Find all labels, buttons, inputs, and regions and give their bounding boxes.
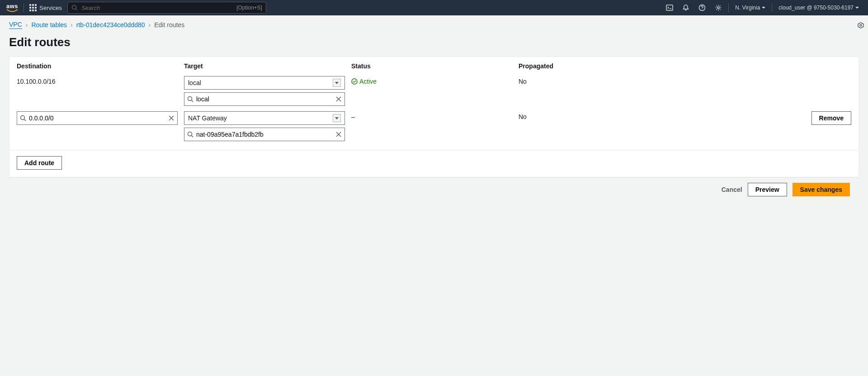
breadcrumb-route-tables[interactable]: Route tables <box>31 21 67 29</box>
propagated-value: No <box>519 111 527 120</box>
svg-line-8 <box>192 100 193 102</box>
status-value: – <box>351 111 355 120</box>
aws-logo[interactable]: aws <box>6 3 18 13</box>
svg-point-4 <box>717 7 719 9</box>
target-select[interactable]: local <box>184 76 345 90</box>
target-cell: local <box>184 73 351 109</box>
services-label: Services <box>39 5 62 11</box>
page-title: Edit routes <box>0 33 868 57</box>
propagated-cell: No <box>519 109 686 144</box>
breadcrumb: VPC › Route tables › rtb-01dec4234ce0ddd… <box>0 15 868 33</box>
divider <box>9 150 859 151</box>
propagated-value: No <box>519 76 527 85</box>
help-icon[interactable] <box>696 1 708 14</box>
breadcrumb-rtb-id[interactable]: rtb-01dec4234ce0ddd80 <box>76 21 145 29</box>
chevron-right-icon: › <box>26 21 28 29</box>
col-actions <box>686 62 851 73</box>
target-select[interactable]: NAT Gateway <box>184 111 345 125</box>
search-icon <box>187 96 193 102</box>
status-active: Active <box>351 76 377 85</box>
search-icon <box>20 115 26 121</box>
settings-icon[interactable] <box>712 1 725 14</box>
triangle-down-icon <box>335 82 339 84</box>
search-icon <box>71 5 78 11</box>
region-label: N. Virginia <box>735 5 760 11</box>
nav-divider <box>728 3 729 12</box>
table-row: 10.100.0.0/16 <box>17 73 184 109</box>
svg-line-1 <box>75 9 77 11</box>
cancel-button[interactable]: Cancel <box>722 183 742 196</box>
destination-input-box[interactable] <box>17 111 178 125</box>
nav-divider <box>772 3 772 12</box>
dropdown-toggle[interactable] <box>333 114 341 122</box>
status-cell: Active <box>351 73 519 109</box>
status-label: Active <box>359 78 377 85</box>
add-route-button[interactable]: Add route <box>17 156 62 170</box>
table-row <box>17 109 184 144</box>
search-icon <box>187 131 193 138</box>
propagated-cell: No <box>519 73 686 109</box>
svg-point-12 <box>21 116 25 120</box>
destination-input[interactable] <box>29 114 165 122</box>
svg-point-16 <box>188 132 192 136</box>
grid-icon <box>29 4 37 11</box>
services-button[interactable]: Services <box>29 4 62 11</box>
svg-marker-5 <box>858 23 863 28</box>
nav-divider <box>24 3 24 12</box>
account-selector[interactable]: cloud_user @ 9750-5030-6197 <box>776 5 862 11</box>
target-select-value: NAT Gateway <box>188 114 227 122</box>
triangle-down-icon <box>335 117 339 119</box>
side-panel-toggle[interactable] <box>854 18 868 33</box>
form-actions: Cancel Preview Save changes <box>9 177 859 202</box>
col-propagated: Propagated <box>519 62 686 73</box>
chevron-right-icon: › <box>149 21 151 29</box>
region-selector[interactable]: N. Virginia <box>732 5 768 11</box>
svg-point-7 <box>188 97 192 101</box>
search-input[interactable] <box>81 5 233 11</box>
svg-point-0 <box>72 5 76 10</box>
breadcrumb-vpc[interactable]: VPC <box>9 21 22 29</box>
clear-icon[interactable] <box>168 115 175 121</box>
breadcrumb-current: Edit routes <box>154 21 184 29</box>
target-search-input[interactable] <box>196 131 333 138</box>
global-search[interactable]: [Option+S] <box>67 2 266 14</box>
svg-point-6 <box>860 24 862 26</box>
cloudshell-icon[interactable] <box>663 1 676 14</box>
status-cell: – <box>351 109 519 144</box>
remove-button[interactable]: Remove <box>811 111 851 125</box>
actions-cell: Remove <box>686 109 851 144</box>
caret-down-icon <box>762 7 765 9</box>
dropdown-toggle[interactable] <box>333 79 341 87</box>
caret-down-icon <box>855 7 859 9</box>
chevron-right-icon: › <box>71 21 73 29</box>
col-destination: Destination <box>17 62 184 73</box>
clear-icon[interactable] <box>335 131 342 138</box>
check-circle-icon <box>351 78 358 85</box>
actions-cell <box>686 73 851 109</box>
target-search[interactable] <box>184 128 345 141</box>
routes-panel: Destination Target Status Propagated 10.… <box>9 57 859 177</box>
target-search-input[interactable] <box>196 95 333 103</box>
save-button[interactable]: Save changes <box>793 183 850 196</box>
clear-icon[interactable] <box>335 96 342 102</box>
notifications-icon[interactable] <box>679 1 692 14</box>
col-status: Status <box>351 62 519 73</box>
col-target: Target <box>184 62 351 73</box>
search-shortcut: [Option+S] <box>236 5 262 11</box>
target-search[interactable] <box>184 92 345 106</box>
preview-button[interactable]: Preview <box>748 183 787 196</box>
svg-rect-2 <box>666 5 673 10</box>
top-nav: aws Services [Option+S] N. Virginia <box>0 0 868 15</box>
destination-value: 10.100.0.0/16 <box>17 76 56 85</box>
svg-line-17 <box>192 136 193 138</box>
account-label: cloud_user @ 9750-5030-6197 <box>778 5 854 11</box>
target-select-value: local <box>188 79 201 86</box>
target-cell: NAT Gateway <box>184 109 351 144</box>
svg-line-13 <box>24 119 26 121</box>
